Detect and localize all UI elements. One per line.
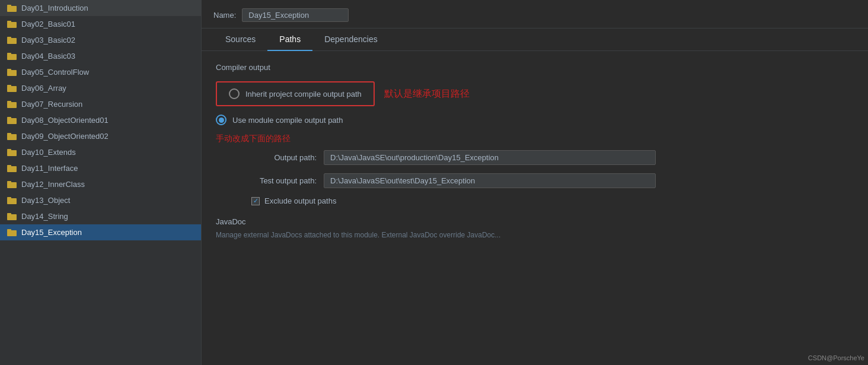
sidebar-item-label: Day03_Basic02 (21, 36, 75, 45)
module-name-value: Day15_Exception (242, 8, 349, 22)
content-area: Compiler output Inherit project compile … (202, 51, 868, 365)
tab-paths[interactable]: Paths (267, 28, 312, 51)
svg-rect-25 (7, 197, 11, 199)
sidebar-item-day05_controlflow[interactable]: Day05_ControlFlow (0, 64, 201, 80)
compiler-output-title: Compiler output (216, 63, 854, 72)
svg-rect-3 (7, 21, 11, 23)
use-module-label: Use module compile output path (232, 116, 343, 125)
sidebar-item-day15_exception[interactable]: Day15_Exception (0, 224, 201, 240)
svg-rect-17 (7, 133, 11, 135)
name-row: Name: Day15_Exception (202, 0, 868, 28)
sidebar-item-label: Day14_String (21, 212, 68, 221)
sidebar-item-label: Day06_Array (21, 84, 66, 93)
javadoc-title: JavaDoc (216, 217, 854, 226)
tab-sources[interactable]: Sources (213, 28, 267, 51)
svg-rect-2 (7, 22, 17, 28)
exclude-output-label: Exclude output paths (264, 196, 336, 205)
svg-rect-4 (7, 38, 17, 44)
sidebar-item-day09_objectoriented02[interactable]: Day09_ObjectOriented02 (0, 128, 201, 144)
inherit-label: Inherit project compile output path (245, 90, 362, 99)
svg-rect-1 (7, 5, 11, 7)
sidebar-item-label: Day12_InnerClass (21, 180, 85, 189)
svg-rect-16 (7, 134, 17, 140)
sidebar-item-label: Day05_ControlFlow (21, 68, 89, 77)
output-path-value: D:\Java\JavaSE\out\production\Day15_Exce… (324, 150, 656, 165)
svg-rect-20 (7, 166, 17, 172)
sidebar-item-day07_recursion[interactable]: Day07_Recursion (0, 96, 201, 112)
test-output-path-row: Test output path: D:\Java\JavaSE\out\tes… (234, 173, 854, 188)
svg-rect-14 (7, 118, 17, 124)
tab-dependencies[interactable]: Dependencies (312, 28, 390, 51)
sidebar-item-day02_basic01[interactable]: Day02_Basic01 (0, 16, 201, 32)
sidebar-item-day11_interface[interactable]: Day11_Interface (0, 160, 201, 176)
folder-icon (7, 228, 17, 237)
sidebar-item-label: Day13_Object (21, 196, 70, 205)
folder-icon (7, 4, 17, 12)
folder-icon (7, 100, 17, 109)
sidebar-item-label: Day02_Basic01 (21, 20, 75, 28)
javadoc-section: JavaDoc Manage external JavaDocs attache… (216, 217, 854, 239)
svg-rect-6 (7, 54, 17, 60)
svg-rect-21 (7, 165, 11, 167)
javadoc-description: Manage external JavaDocs attached to thi… (216, 231, 854, 239)
sidebar-item-label: Day08_ObjectOriented01 (21, 116, 108, 125)
output-path-row: Output path: D:\Java\JavaSE\out\producti… (234, 150, 854, 165)
folder-icon (7, 36, 17, 45)
output-path-label: Output path: (234, 153, 317, 162)
test-output-path-value: D:\Java\JavaSE\out\test\Day15_Exception (324, 173, 656, 188)
sidebar-item-label: Day04_Basic03 (21, 52, 75, 61)
sidebar-item-day01_introduction[interactable]: Day01_Introduction (0, 0, 201, 16)
svg-rect-24 (7, 198, 17, 204)
watermark: CSDN@PorscheYe (808, 354, 864, 361)
tabs-row: Sources Paths Dependencies (202, 28, 868, 51)
inherit-option-box[interactable]: Inherit project compile output path (216, 81, 375, 106)
sidebar-item-label: Day15_Exception (21, 228, 82, 237)
sidebar-item-label: Day01_Introduction (21, 4, 88, 12)
folder-icon (7, 84, 17, 93)
svg-rect-11 (7, 85, 11, 87)
folder-icon (7, 180, 17, 189)
svg-rect-0 (7, 6, 17, 12)
svg-rect-22 (7, 182, 17, 188)
sidebar-item-day03_basic02[interactable]: Day03_Basic02 (0, 32, 201, 48)
svg-rect-13 (7, 101, 11, 103)
sidebar-item-label: Day10_Extends (21, 148, 76, 157)
sidebar-item-label: Day07_Recursion (21, 100, 82, 109)
folder-icon (7, 116, 17, 125)
svg-rect-8 (7, 70, 17, 76)
svg-rect-26 (7, 214, 17, 220)
folder-icon (7, 68, 17, 77)
sidebar-item-day10_extends[interactable]: Day10_Extends (0, 144, 201, 160)
use-module-radio[interactable] (216, 115, 226, 125)
svg-rect-5 (7, 37, 11, 39)
svg-rect-9 (7, 69, 11, 71)
manual-annotation: 手动改成下面的路径 (216, 134, 854, 144)
sidebar-item-day08_objectoriented01[interactable]: Day08_ObjectOriented01 (0, 112, 201, 128)
sidebar: Day01_Introduction Day02_Basic01 Day03_B… (0, 0, 202, 365)
exclude-output-checkbox-row[interactable]: Exclude output paths (251, 196, 854, 205)
test-output-path-label: Test output path: (234, 176, 317, 185)
use-module-option[interactable]: Use module compile output path (216, 115, 854, 125)
svg-rect-10 (7, 86, 17, 92)
svg-rect-15 (7, 117, 11, 119)
main-content: Name: Day15_Exception Sources Paths Depe… (202, 0, 868, 365)
inherit-option-wrapper: Inherit project compile output path 默认是继… (216, 81, 854, 106)
sidebar-item-day13_object[interactable]: Day13_Object (0, 192, 201, 208)
folder-icon (7, 164, 17, 173)
sidebar-item-day14_string[interactable]: Day14_String (0, 208, 201, 224)
exclude-output-checkbox[interactable] (251, 197, 260, 205)
sidebar-item-label: Day09_ObjectOriented02 (21, 132, 108, 141)
inherit-radio[interactable] (229, 88, 240, 99)
folder-icon (7, 196, 17, 205)
svg-rect-12 (7, 102, 17, 108)
sidebar-item-day06_array[interactable]: Day06_Array (0, 80, 201, 96)
sidebar-item-day04_basic03[interactable]: Day04_Basic03 (0, 48, 201, 64)
svg-rect-7 (7, 53, 11, 55)
folder-icon (7, 132, 17, 141)
svg-rect-18 (7, 150, 17, 156)
svg-rect-29 (7, 229, 11, 231)
sidebar-item-label: Day11_Interface (21, 164, 78, 173)
folder-icon (7, 148, 17, 157)
folder-icon (7, 20, 17, 28)
sidebar-item-day12_innerclass[interactable]: Day12_InnerClass (0, 176, 201, 192)
